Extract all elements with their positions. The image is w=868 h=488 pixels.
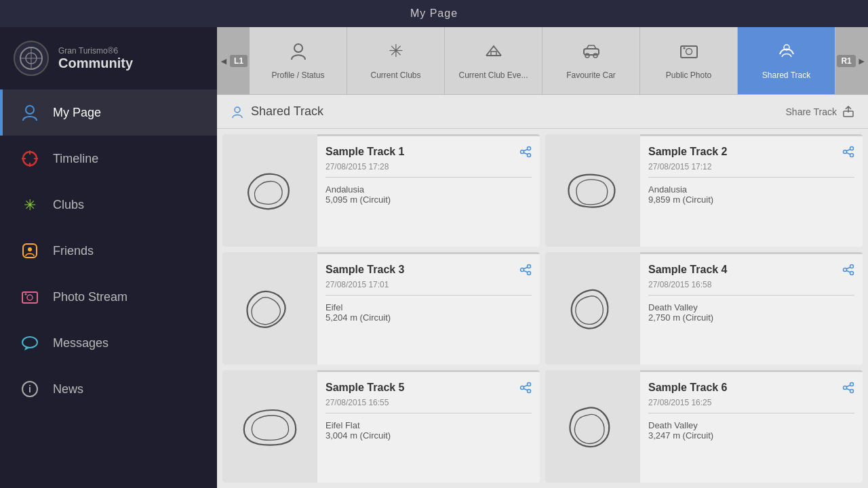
svg-line-61 [846, 388, 850, 390]
svg-line-40 [846, 149, 850, 151]
club-events-tab-icon [484, 41, 504, 65]
track-share-icon-1[interactable] [519, 146, 532, 161]
sidebar-item-timeline[interactable]: Timeline [0, 136, 217, 182]
track-length-2: 9,859 m (Circuit) [648, 195, 854, 205]
track-date-5: 27/08/2015 16:55 [326, 398, 532, 413]
svg-point-58 [850, 390, 854, 393]
left-nav-icon: ◄ [219, 56, 229, 66]
sidebar-label-news: News [53, 382, 83, 396]
svg-point-37 [850, 147, 854, 150]
track-card-1[interactable]: Sample Track 1 27/08/2015 17:28 Andalusi… [222, 134, 540, 247]
track-share-icon-4[interactable] [842, 264, 854, 279]
track-length-5: 3,004 m (Circuit) [326, 430, 532, 441]
track-thumbnail-2 [545, 134, 640, 247]
track-card-4[interactable]: Sample Track 4 27/08/2015 16:58 Death Va… [545, 252, 863, 365]
svg-line-41 [846, 152, 850, 155]
track-share-icon-3[interactable] [519, 264, 532, 279]
svg-line-55 [524, 385, 528, 387]
svg-line-46 [524, 270, 528, 272]
track-location-4: Death Valley [648, 302, 854, 312]
track-share-icon-2[interactable] [842, 146, 854, 161]
sidebar-item-news[interactable]: i News [0, 366, 217, 412]
tab-favourite-car[interactable]: Favourite Car [542, 27, 640, 94]
track-name-4: Sample Track 4 [648, 264, 854, 276]
track-grid: Sample Track 1 27/08/2015 17:28 Andalusi… [217, 129, 868, 488]
svg-point-59 [844, 386, 847, 390]
track-card-2[interactable]: Sample Track 2 27/08/2015 17:12 Andalusi… [545, 134, 863, 247]
svg-point-47 [850, 265, 854, 268]
track-name-2: Sample Track 2 [648, 146, 854, 158]
svg-point-57 [850, 383, 854, 386]
svg-point-27 [686, 49, 692, 55]
share-track-action[interactable]: Share Track [786, 106, 854, 118]
svg-point-43 [528, 272, 531, 275]
svg-line-56 [524, 388, 528, 390]
svg-rect-13 [22, 292, 37, 303]
track-card-5[interactable]: Sample Track 5 27/08/2015 16:55 Eifel Fl… [222, 370, 540, 483]
svg-line-60 [846, 385, 850, 387]
sidebar-label-friends: Friends [53, 244, 94, 258]
sidebar-item-clubs[interactable]: ✳ Clubs [0, 182, 217, 228]
tab-clubs-label: Current Clubs [370, 70, 420, 80]
track-share-icon-5[interactable] [519, 382, 532, 397]
sidebar-item-friends[interactable]: Friends [0, 228, 217, 274]
right-nav-icon: ► [857, 56, 867, 66]
section-title-icon [231, 105, 244, 119]
track-date-6: 27/08/2015 16:25 [648, 398, 854, 413]
left-nav-label: L1 [230, 55, 248, 67]
photo-stream-icon [19, 286, 41, 308]
sidebar-logo: Gran Turismo®6 Community [0, 27, 217, 89]
sidebar-item-my-page[interactable]: My Page [0, 89, 217, 136]
brand-name: Gran Turismo®6 [58, 46, 133, 56]
track-length-1: 5,095 m (Circuit) [326, 195, 532, 205]
tab-shared-track[interactable]: Shared Track [738, 27, 835, 94]
track-name-5: Sample Track 5 [326, 382, 532, 394]
svg-point-53 [528, 390, 531, 393]
sidebar-label-photo-stream: Photo Stream [53, 290, 127, 304]
svg-point-54 [521, 386, 524, 390]
svg-point-14 [27, 295, 33, 300]
svg-line-51 [846, 270, 850, 272]
svg-line-45 [524, 267, 528, 269]
track-thumbnail-5 [222, 370, 317, 483]
track-info-2: Sample Track 2 27/08/2015 17:12 Andalusi… [640, 134, 863, 247]
tab-nav-left[interactable]: ◄ L1 [217, 27, 250, 94]
tab-bar: ◄ L1 Profile / Status [217, 27, 868, 95]
sidebar-label-timeline: Timeline [53, 152, 98, 166]
news-icon: i [19, 378, 41, 400]
track-thumbnail-4 [545, 252, 640, 365]
svg-point-16 [22, 337, 37, 348]
tab-nav-right[interactable]: R1 ► [835, 27, 868, 94]
track-card-6[interactable]: Sample Track 6 27/08/2015 16:25 Death Va… [545, 370, 863, 483]
sidebar-item-messages[interactable]: Messages [0, 320, 217, 366]
track-date-2: 27/08/2015 17:12 [648, 162, 854, 178]
track-location-1: Andalusia [326, 184, 532, 195]
sidebar-item-photo-stream[interactable]: Photo Stream [0, 274, 217, 320]
tab-clubs[interactable]: ✳ Current Clubs [347, 27, 445, 94]
public-photo-tab-icon [679, 41, 699, 65]
svg-text:✳: ✳ [24, 197, 36, 214]
track-length-6: 3,247 m (Circuit) [648, 430, 854, 441]
tab-public-photo[interactable]: Public Photo [640, 27, 738, 94]
tab-club-events[interactable]: Current Club Eve... [445, 27, 542, 94]
timeline-icon [19, 148, 41, 169]
track-info-1: Sample Track 1 27/08/2015 17:28 Andalusi… [317, 134, 540, 247]
messages-icon [19, 332, 41, 354]
section-title: Shared Track [231, 104, 323, 119]
tab-profile[interactable]: Profile / Status [250, 27, 347, 94]
track-date-1: 27/08/2015 17:28 [326, 162, 532, 178]
shared-track-tab-icon [776, 41, 797, 65]
track-name-3: Sample Track 3 [326, 264, 532, 276]
svg-point-34 [521, 150, 524, 154]
track-card-3[interactable]: Sample Track 3 27/08/2015 17:01 Eifel 5,… [222, 252, 540, 365]
section-title-text: Shared Track [251, 104, 323, 119]
svg-text:i: i [28, 384, 31, 394]
my-page-icon [19, 102, 41, 123]
track-location-6: Death Valley [648, 420, 854, 430]
tab-public-photo-label: Public Photo [666, 70, 711, 80]
share-track-label: Share Track [786, 106, 837, 117]
content-area: ◄ L1 Profile / Status [217, 27, 868, 488]
track-thumbnail-3 [222, 252, 317, 365]
track-share-icon-6[interactable] [842, 382, 854, 397]
svg-line-50 [846, 267, 850, 269]
